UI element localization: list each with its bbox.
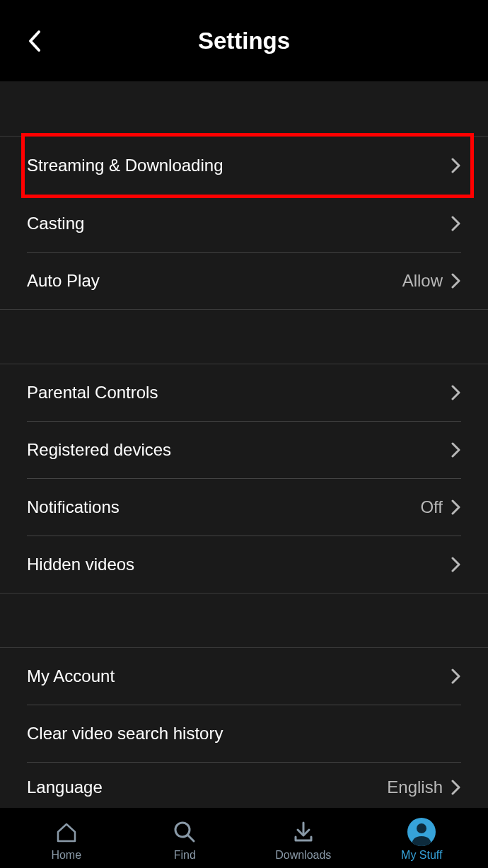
nav-my-stuff[interactable]: My Stuff bbox=[363, 818, 482, 862]
search-icon bbox=[170, 818, 199, 846]
row-parental-controls[interactable]: Parental Controls bbox=[0, 364, 488, 421]
nav-label: Find bbox=[174, 849, 196, 862]
nav-find[interactable]: Find bbox=[126, 818, 245, 862]
row-label: Hidden videos bbox=[27, 555, 451, 574]
section-gap bbox=[0, 593, 488, 648]
page-title: Settings bbox=[198, 28, 290, 54]
bottom-nav: Home Find Downloads bbox=[0, 808, 488, 868]
nav-label: Home bbox=[51, 849, 81, 862]
home-icon bbox=[52, 818, 81, 846]
chevron-right-icon bbox=[451, 557, 461, 572]
settings-content: Streaming & Downloading Casting Auto Pla… bbox=[0, 81, 488, 808]
row-label: Language bbox=[27, 777, 387, 797]
row-value: English bbox=[387, 777, 443, 797]
row-my-account[interactable]: My Account bbox=[0, 648, 488, 705]
row-label: Casting bbox=[27, 214, 451, 233]
chevron-right-icon bbox=[451, 273, 461, 289]
back-button[interactable] bbox=[21, 28, 47, 54]
row-value: Off bbox=[420, 497, 443, 517]
chevron-right-icon bbox=[451, 158, 461, 173]
section-gap bbox=[0, 81, 488, 137]
row-registered-devices[interactable]: Registered devices bbox=[0, 422, 488, 478]
chevron-right-icon bbox=[451, 385, 461, 400]
chevron-right-icon bbox=[451, 669, 461, 684]
row-language[interactable]: Language English bbox=[0, 763, 488, 808]
nav-label: My Stuff bbox=[401, 849, 442, 862]
avatar-icon bbox=[407, 818, 436, 846]
row-clear-search-history[interactable]: Clear video search history bbox=[0, 705, 488, 762]
download-icon bbox=[289, 818, 318, 846]
chevron-left-icon bbox=[26, 29, 42, 53]
chevron-right-icon bbox=[451, 216, 461, 231]
row-label: My Account bbox=[27, 666, 451, 686]
row-casting[interactable]: Casting bbox=[0, 195, 488, 252]
chevron-right-icon bbox=[451, 442, 461, 458]
row-hidden-videos[interactable]: Hidden videos bbox=[0, 536, 488, 593]
row-streaming-downloading[interactable]: Streaming & Downloading bbox=[0, 137, 488, 195]
chevron-right-icon bbox=[451, 499, 461, 515]
svg-line-1 bbox=[188, 835, 194, 841]
row-label: Notifications bbox=[27, 497, 420, 517]
svg-point-3 bbox=[417, 823, 426, 833]
chevron-right-icon bbox=[451, 780, 461, 795]
row-label: Parental Controls bbox=[27, 383, 451, 403]
row-label: Registered devices bbox=[27, 440, 451, 460]
header: Settings bbox=[0, 0, 488, 81]
section-gap bbox=[0, 309, 488, 364]
row-label: Streaming & Downloading bbox=[27, 156, 451, 175]
nav-home[interactable]: Home bbox=[7, 818, 126, 862]
row-label: Auto Play bbox=[27, 271, 402, 291]
nav-downloads[interactable]: Downloads bbox=[244, 818, 363, 862]
row-auto-play[interactable]: Auto Play Allow bbox=[0, 253, 488, 309]
nav-label: Downloads bbox=[275, 849, 331, 862]
row-notifications[interactable]: Notifications Off bbox=[0, 479, 488, 536]
row-label: Clear video search history bbox=[27, 724, 461, 743]
row-value: Allow bbox=[402, 271, 443, 291]
